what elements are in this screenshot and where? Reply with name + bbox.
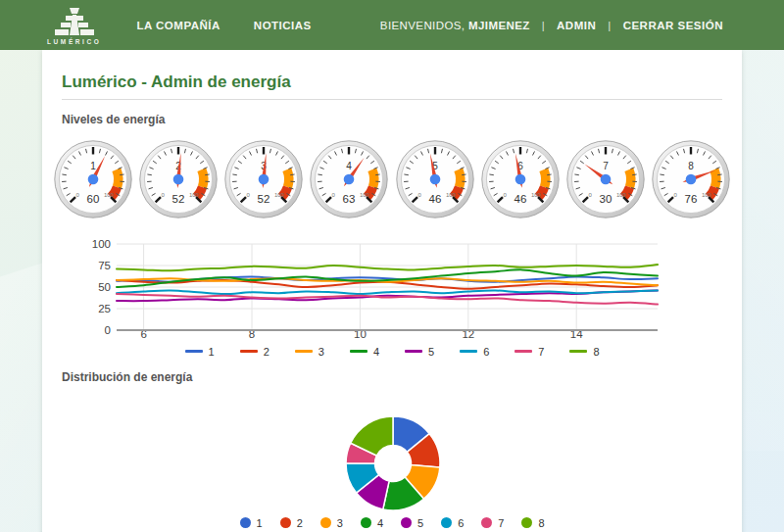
pie-legend-item-5: 5: [401, 517, 423, 529]
content-card: Lumérico - Admin de energía Niveles de e…: [42, 50, 742, 532]
pie-legend-item-1: 1: [240, 517, 263, 529]
pyramid-logo-icon: [51, 7, 98, 37]
svg-text:46: 46: [514, 193, 526, 205]
main-nav-item[interactable]: NOTICIAS: [254, 20, 312, 31]
legend-line-swatch: [240, 350, 258, 353]
legend-line-swatch: [405, 350, 422, 353]
legend-label: 4: [373, 346, 379, 358]
line-legend-item-8: 8: [569, 346, 599, 358]
line-legend-item-6: 6: [460, 346, 489, 358]
welcome-text: BIENVENIDOS, MJIMENEZ: [380, 20, 530, 31]
brand-name: LUMÉRICO: [47, 38, 101, 45]
nav-logout-link[interactable]: CERRAR SESIÓN: [623, 20, 723, 31]
gauge-8: 0100876: [652, 140, 730, 218]
divider: [62, 99, 722, 100]
line-legend-item-2: 2: [240, 346, 270, 358]
legend-label: 7: [498, 517, 504, 529]
gauge-6: 0100646: [481, 140, 560, 218]
svg-text:100: 100: [189, 192, 200, 198]
nav-separator: |: [542, 20, 545, 31]
legend-label: 6: [458, 517, 464, 529]
pie-legend-item-6: 6: [441, 517, 464, 529]
svg-text:60: 60: [87, 193, 100, 205]
legend-dot-swatch: [401, 517, 412, 528]
pie-legend-item-4: 4: [361, 517, 383, 529]
line-legend-item-3: 3: [295, 346, 324, 358]
legend-dot-swatch: [320, 517, 331, 528]
legend-label: 7: [538, 346, 544, 358]
svg-text:100: 100: [616, 192, 627, 198]
svg-text:100: 100: [531, 192, 542, 198]
svg-text:50: 50: [98, 281, 111, 293]
pie-legend-item-3: 3: [320, 517, 343, 529]
svg-text:100: 100: [702, 192, 712, 198]
svg-text:1: 1: [90, 161, 96, 171]
line-legend-item-7: 7: [514, 346, 544, 358]
pie-legend-item-8: 8: [521, 517, 544, 529]
svg-text:100: 100: [360, 192, 370, 198]
gauge-2: 0100252: [139, 140, 218, 218]
legend-line-swatch: [295, 350, 313, 353]
nav-separator: |: [608, 20, 611, 31]
legend-dot-swatch: [481, 517, 492, 528]
legend-dot-swatch: [361, 517, 371, 528]
user-nav: BIENVENIDOS, MJIMENEZ | ADMIN | CERRAR S…: [380, 20, 784, 31]
section-distribution-title: Distribución de energía: [62, 370, 722, 384]
gauge-7: 0100730: [566, 140, 645, 218]
legend-label: 2: [297, 517, 303, 529]
gauge-1: 0100160: [54, 140, 132, 218]
pie-legend-item-2: 2: [280, 517, 303, 529]
pie-chart-legend: 12345678: [62, 516, 722, 529]
legend-line-swatch: [350, 350, 368, 353]
legend-line-swatch: [514, 350, 532, 353]
legend-dot-swatch: [441, 517, 452, 528]
legend-label: 5: [428, 346, 434, 358]
svg-text:100: 100: [104, 192, 115, 198]
legend-label: 5: [417, 517, 423, 529]
legend-line-swatch: [185, 350, 203, 353]
svg-text:0: 0: [105, 324, 111, 336]
legend-line-swatch: [460, 350, 477, 353]
legend-line-swatch: [569, 350, 587, 353]
svg-text:100: 100: [274, 192, 285, 198]
legend-dot-swatch: [280, 517, 291, 528]
legend-label: 8: [538, 517, 544, 529]
svg-text:8: 8: [688, 161, 694, 171]
section-levels-title: Niveles de energía: [62, 113, 722, 126]
nav-admin-link[interactable]: ADMIN: [557, 20, 596, 31]
page-title: Lumérico - Admin de energía: [62, 72, 722, 92]
pie-chart: [62, 386, 722, 511]
svg-text:52: 52: [258, 193, 270, 205]
svg-text:100: 100: [92, 238, 111, 250]
line-chart-legend: 12345678: [62, 345, 722, 358]
legend-dot-swatch: [521, 517, 532, 528]
pie-legend-item-7: 7: [481, 517, 504, 529]
main-nav-item[interactable]: LA COMPAÑÍA: [136, 20, 220, 31]
line-legend-item-4: 4: [350, 346, 379, 358]
legend-dot-swatch: [240, 517, 251, 528]
svg-text:52: 52: [172, 193, 185, 205]
legend-label: 3: [318, 346, 324, 358]
legend-label: 6: [483, 346, 489, 358]
gauge-3: 0100352: [224, 140, 303, 218]
legend-label: 8: [593, 346, 599, 358]
main-nav: LA COMPAÑÍANOTICIAS: [136, 20, 311, 31]
legend-label: 1: [257, 517, 263, 529]
gauge-5: 0100546: [396, 140, 474, 218]
svg-text:4: 4: [347, 161, 353, 171]
svg-text:76: 76: [685, 193, 698, 205]
line-legend-item-5: 5: [405, 346, 434, 358]
legend-label: 1: [209, 346, 215, 358]
svg-text:46: 46: [428, 193, 441, 205]
svg-text:63: 63: [343, 193, 356, 205]
svg-text:75: 75: [98, 260, 111, 271]
svg-text:25: 25: [98, 303, 111, 314]
svg-text:100: 100: [445, 192, 456, 198]
line-chart: 681012140255075100: [62, 236, 722, 342]
username: MJIMENEZ: [468, 20, 530, 31]
svg-text:7: 7: [603, 161, 609, 171]
gauges-row: 0100160010025201003520100463010054601006…: [54, 140, 730, 218]
legend-label: 2: [264, 346, 270, 358]
line-legend-item-1: 1: [185, 346, 215, 358]
brand-logo[interactable]: LUMÉRICO: [47, 7, 101, 45]
